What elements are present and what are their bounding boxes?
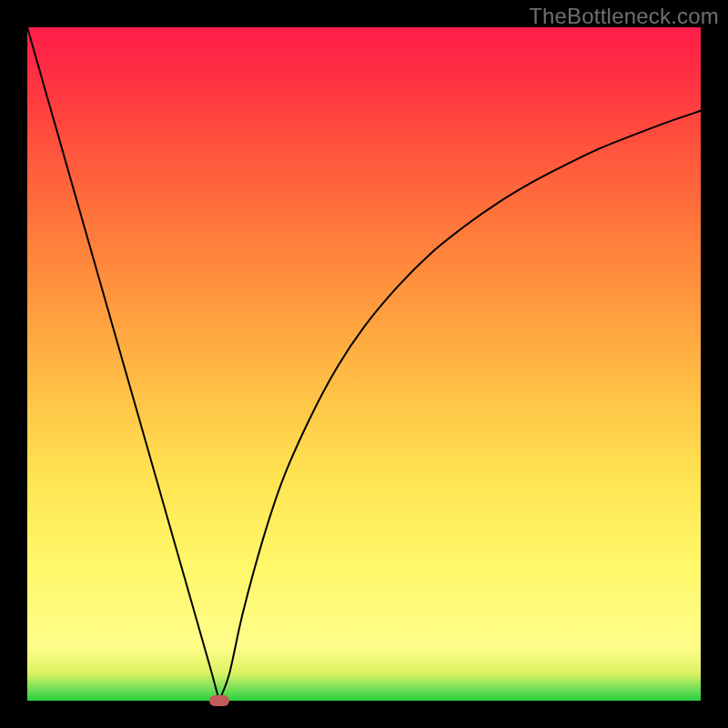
watermark-text: TheBottleneck.com (529, 4, 719, 29)
chart-frame: TheBottleneck.com (0, 0, 728, 728)
bottleneck-curve (27, 27, 701, 701)
plot-area (27, 27, 701, 701)
curve-svg (27, 27, 701, 701)
minimum-marker (209, 695, 229, 706)
